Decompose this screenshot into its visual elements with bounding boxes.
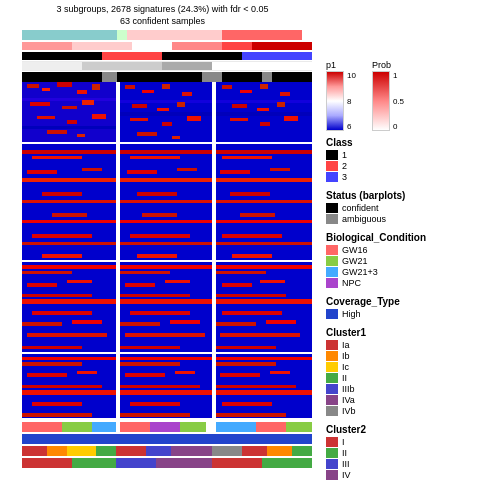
svg-rect-213 — [220, 373, 260, 377]
svg-rect-202 — [175, 371, 195, 374]
svg-rect-87 — [22, 205, 116, 210]
cluster2-legend: Cluster2 I II III IV — [326, 424, 504, 480]
svg-rect-111 — [137, 254, 177, 258]
cluster1-legend: Cluster1 Ia Ib Ic II IIIb — [326, 327, 504, 416]
svg-rect-193 — [22, 390, 116, 395]
svg-rect-236 — [116, 446, 146, 456]
class-color-1 — [326, 150, 338, 160]
class-label-2: 2 — [342, 161, 347, 171]
svg-rect-119 — [230, 192, 270, 196]
cluster1-ivb-color — [326, 406, 338, 416]
svg-rect-120 — [216, 200, 312, 203]
svg-rect-64 — [240, 90, 252, 93]
svg-rect-61 — [172, 136, 180, 139]
svg-rect-106 — [120, 220, 212, 223]
svg-rect-49 — [162, 84, 170, 89]
cluster2-i-color — [326, 437, 338, 447]
cluster1-ic-label: Ic — [342, 362, 349, 372]
svg-rect-56 — [130, 118, 148, 121]
svg-rect-223 — [62, 422, 92, 432]
svg-rect-37 — [62, 106, 77, 109]
svg-rect-32 — [57, 82, 72, 87]
svg-rect-10 — [222, 42, 252, 50]
svg-rect-173 — [216, 299, 312, 304]
svg-rect-245 — [116, 458, 156, 468]
svg-rect-100 — [120, 178, 212, 182]
svg-rect-31 — [42, 88, 50, 91]
svg-rect-220 — [216, 408, 312, 411]
svg-rect-26 — [262, 72, 272, 82]
svg-rect-6 — [22, 42, 72, 50]
svg-rect-141 — [32, 311, 92, 315]
cluster2-iii: III — [326, 459, 504, 469]
main-container: 3 subgroups, 2678 signatures (24.3%) wit… — [0, 0, 504, 504]
svg-rect-155 — [120, 294, 190, 297]
svg-rect-225 — [120, 422, 150, 432]
bio-cond-gw21-label: GW21 — [342, 256, 368, 266]
svg-rect-137 — [22, 288, 116, 292]
svg-rect-88 — [52, 213, 87, 217]
svg-rect-162 — [120, 328, 212, 331]
svg-rect-83 — [22, 178, 116, 182]
svg-rect-69 — [257, 108, 269, 111]
svg-rect-200 — [120, 368, 212, 371]
svg-rect-7 — [72, 42, 132, 50]
svg-rect-123 — [216, 220, 312, 223]
status-confident: confident — [326, 203, 504, 213]
biological-condition-legend: Biological_Condition GW16 GW21 GW21+3 NP… — [326, 232, 504, 288]
svg-rect-196 — [22, 408, 116, 411]
svg-rect-149 — [120, 265, 212, 269]
svg-rect-86 — [22, 200, 116, 203]
svg-rect-95 — [120, 150, 212, 154]
svg-rect-170 — [260, 280, 285, 283]
svg-rect-102 — [137, 192, 177, 196]
svg-rect-2 — [117, 30, 127, 40]
svg-rect-60 — [137, 132, 157, 136]
svg-rect-42 — [92, 114, 106, 119]
svg-rect-52 — [132, 104, 147, 108]
svg-rect-50 — [182, 92, 192, 96]
svg-rect-228 — [216, 422, 256, 432]
svg-rect-105 — [142, 213, 177, 217]
svg-rect-67 — [216, 100, 312, 103]
cluster1-iiib: IIIb — [326, 384, 504, 394]
svg-rect-53 — [157, 108, 169, 111]
svg-rect-30 — [27, 84, 39, 88]
svg-rect-161 — [170, 320, 200, 324]
svg-rect-40 — [37, 116, 55, 119]
coverage-type-title: Coverage_Type — [326, 296, 504, 307]
svg-rect-16 — [242, 52, 312, 60]
svg-rect-153 — [165, 280, 190, 283]
cluster1-ia-label: Ia — [342, 340, 350, 350]
svg-rect-238 — [171, 446, 212, 456]
bio-cond-gw21-color — [326, 256, 338, 266]
cluster1-ic: Ic — [326, 362, 504, 372]
cluster1-title: Cluster1 — [326, 327, 504, 338]
svg-rect-152 — [125, 283, 155, 287]
svg-rect-96 — [130, 156, 180, 159]
cluster1-ia-color — [326, 340, 338, 350]
svg-rect-226 — [150, 422, 180, 432]
svg-rect-22 — [212, 62, 312, 70]
svg-rect-35 — [22, 98, 116, 101]
svg-rect-218 — [216, 397, 312, 400]
svg-rect-48 — [142, 90, 154, 93]
cluster2-i-label: I — [342, 437, 345, 447]
bio-cond-gw213: GW21+3 — [326, 267, 504, 277]
svg-rect-133 — [22, 271, 72, 274]
svg-rect-97 — [120, 162, 212, 167]
svg-rect-58 — [187, 116, 201, 121]
svg-rect-68 — [232, 104, 247, 108]
svg-rect-188 — [22, 368, 116, 371]
svg-rect-166 — [216, 265, 312, 269]
p1-label: p1 — [326, 60, 356, 70]
svg-rect-163 — [125, 333, 205, 337]
bio-cond-gw213-color — [326, 267, 338, 277]
svg-rect-181 — [216, 339, 312, 344]
svg-rect-9 — [172, 42, 222, 50]
prob-title: Prob — [372, 60, 404, 70]
svg-rect-199 — [120, 362, 180, 366]
svg-rect-235 — [96, 446, 116, 456]
svg-rect-219 — [222, 402, 272, 406]
svg-rect-147 — [22, 339, 116, 344]
